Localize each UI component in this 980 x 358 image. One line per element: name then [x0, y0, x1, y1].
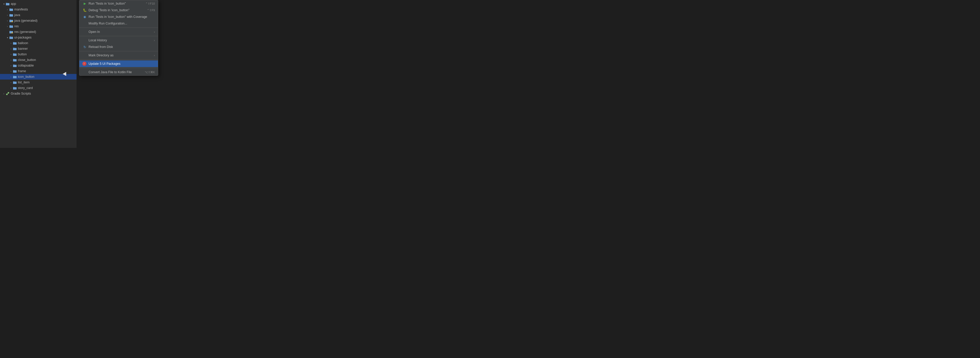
svg-rect-26	[13, 70, 17, 73]
svg-rect-24	[13, 65, 17, 67]
tree-item-label-app: app	[11, 2, 16, 6]
tree-item-button[interactable]: › button	[0, 52, 76, 57]
folder-icon-res	[9, 24, 13, 28]
menu-item-run-tests[interactable]: ▶ Run 'Tests in 'icon_button'' ⌃⇧F10	[80, 0, 158, 7]
menu-label-modify-run: Modify Run Configuration...	[89, 22, 127, 25]
svg-rect-9	[10, 25, 13, 28]
chevron-collapsable: ›	[9, 64, 13, 67]
chevron-button: ›	[9, 52, 13, 56]
local-history-spacer	[83, 38, 87, 43]
tree-item-ui-packages[interactable]: ▾ ui-packages	[0, 35, 76, 40]
folder-icon-icon-button	[13, 75, 17, 79]
menu-item-mark-directory[interactable]: Mark Directory as ›	[80, 52, 158, 59]
tree-item-story-card[interactable]: › story_card	[0, 85, 76, 91]
folder-icon-java	[9, 13, 13, 17]
svg-rect-18	[13, 48, 17, 50]
gradle-icon	[6, 92, 10, 96]
menu-label-open-in: Open In	[89, 30, 100, 34]
svg-rect-13	[11, 32, 13, 33]
shortcut-debug-tests: ⌃⇧F9	[147, 9, 155, 12]
tree-item-label-icon-button: icon_button	[18, 75, 35, 79]
menu-label-run-coverage: Run 'Tests in 'icon_button'' with Covera…	[89, 15, 147, 19]
tree-item-icon-button[interactable]: › icon_button	[0, 74, 76, 79]
menu-label-run-tests: Run 'Tests in 'icon_button''	[89, 2, 126, 5]
folder-icon-collapsable	[13, 63, 17, 68]
folder-icon-button	[13, 52, 17, 56]
tree-item-label-java: java	[14, 13, 20, 17]
tree-item-label-res-generated: res (generated)	[14, 30, 36, 34]
tree-item-label-banner: banner	[18, 47, 28, 51]
tree-item-java[interactable]: › java	[0, 12, 76, 18]
separator-4	[80, 59, 158, 60]
chevron-app: ▾	[2, 2, 6, 6]
tree-item-banner[interactable]: › banner	[0, 46, 76, 52]
tree-item-java-generated[interactable]: › java (generated)	[0, 18, 76, 24]
tree-item-close-button[interactable]: › close_button	[0, 57, 76, 63]
tree-item-gradle-scripts[interactable]: › Gradle Scripts	[0, 91, 76, 97]
menu-item-local-history[interactable]: Local History ›	[80, 37, 158, 44]
shortcut-convert-java: ⌥⇧⌘K	[145, 71, 155, 74]
chevron-java-generated: ›	[6, 19, 9, 22]
tree-item-list-item[interactable]: › list_item	[0, 79, 76, 85]
chevron-balloon: ›	[9, 41, 13, 45]
tree-item-label-res: res	[14, 24, 19, 28]
menu-item-open-in[interactable]: Open In ›	[80, 29, 158, 35]
svg-rect-7	[10, 20, 11, 20]
menu-item-reload-disk[interactable]: ↻ Reload from Disk	[80, 44, 158, 50]
menu-item-convert-java[interactable]: Convert Java File to Kotlin File ⌥⇧⌘K	[80, 69, 158, 76]
arrow-mark-directory: ›	[154, 54, 155, 57]
svg-rect-16	[13, 42, 17, 44]
tree-item-collapsable[interactable]: › collapsable	[0, 63, 76, 68]
svg-rect-22	[13, 59, 17, 62]
svg-rect-14	[10, 37, 13, 39]
folder-icon-banner	[13, 47, 17, 51]
tree-item-label-list-item: list_item	[18, 81, 30, 84]
svg-rect-23	[13, 59, 14, 59]
folder-icon-frame	[13, 69, 17, 73]
tree-item-res[interactable]: › res	[0, 24, 76, 29]
folder-icon-java-generated	[9, 19, 13, 23]
separator-1	[80, 27, 158, 28]
separator-5	[80, 68, 158, 68]
svg-rect-2	[10, 9, 13, 11]
svg-rect-33	[13, 87, 14, 87]
menu-item-run-coverage[interactable]: ◉ Run 'Tests in 'icon_button'' with Cove…	[80, 14, 158, 20]
chevron-res: ›	[6, 24, 9, 28]
debug-icon: 🐛	[83, 8, 87, 13]
svg-rect-21	[13, 53, 14, 54]
tree-item-label-collapsable: collapsable	[18, 64, 34, 67]
folder-icon-story-card	[13, 86, 17, 90]
separator-3	[80, 51, 158, 51]
svg-line-36	[7, 93, 8, 94]
tree-item-app[interactable]: ▾ app	[0, 1, 76, 6]
tree-item-label-frame: frame	[18, 69, 26, 73]
svg-rect-27	[13, 70, 14, 71]
svg-rect-20	[13, 54, 17, 56]
chevron-manifests: ›	[6, 8, 9, 11]
svg-rect-31	[13, 81, 14, 82]
tree-item-res-generated[interactable]: res (generated)	[0, 29, 76, 35]
tree-item-label-close-button: close_button	[18, 58, 36, 62]
folder-icon-close-button	[13, 58, 17, 62]
tree-item-label-java-generated: java (generated)	[14, 19, 38, 22]
svg-rect-32	[13, 87, 17, 89]
svg-rect-4	[10, 14, 13, 17]
run-icon: ▶	[83, 1, 87, 6]
tree-item-manifests[interactable]: › manifests	[0, 6, 76, 12]
tree-item-frame[interactable]: › frame	[0, 68, 76, 74]
menu-item-debug-tests[interactable]: 🐛 Debug 'Tests in 'icon_button'' ⌃⇧F9	[80, 7, 158, 14]
tree-item-balloon[interactable]: › balloon	[0, 40, 76, 46]
chevron-gradle-scripts: ›	[2, 92, 6, 95]
svg-rect-28	[13, 76, 17, 78]
svg-rect-30	[13, 82, 17, 84]
menu-item-update-packages[interactable]: ↑ Update 5 UI Packages	[80, 60, 158, 67]
arrow-local-history: ›	[154, 39, 155, 42]
folder-icon-res-generated	[9, 30, 13, 34]
svg-rect-8	[11, 21, 13, 22]
menu-item-modify-run[interactable]: Modify Run Configuration...	[80, 20, 158, 27]
menu-label-debug-tests: Debug 'Tests in 'icon_button''	[89, 8, 129, 12]
svg-rect-5	[10, 14, 11, 14]
tree-item-label-button: button	[18, 52, 27, 56]
svg-rect-15	[10, 36, 11, 37]
svg-rect-29	[13, 76, 14, 76]
